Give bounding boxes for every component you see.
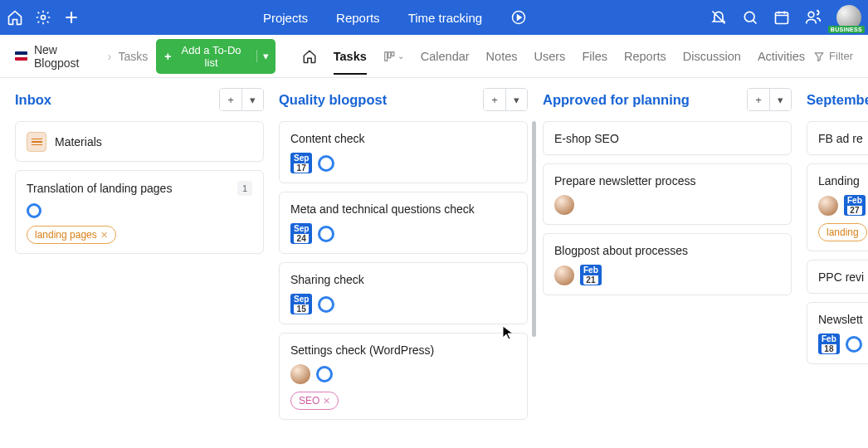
column-add-button[interactable]: + — [220, 89, 241, 110]
tab-files[interactable]: Files — [582, 38, 607, 75]
column-menu-button[interactable]: ▾ — [769, 89, 791, 110]
filter-label: Filter — [829, 50, 853, 62]
column-menu-button[interactable]: ▾ — [241, 89, 263, 110]
svg-point-0 — [41, 16, 46, 20]
card[interactable]: Sharing check Sep15 — [279, 262, 528, 324]
svg-rect-3 — [776, 12, 788, 23]
column-add-button[interactable]: + — [484, 89, 505, 110]
tab-discussion[interactable]: Discussion — [683, 38, 741, 75]
assignee-avatar — [554, 265, 574, 285]
assignee-avatar — [818, 196, 838, 216]
add-todo-button[interactable]: + Add a To-Do list ▾ — [156, 39, 276, 74]
breadcrumb-sep: › — [108, 50, 112, 63]
tab-home-icon[interactable] — [302, 49, 317, 64]
date-tag: Sep15 — [290, 294, 312, 314]
breadcrumb-section[interactable]: Tasks — [118, 50, 148, 63]
play-icon[interactable] — [510, 9, 527, 26]
card-title: Meta and technical questions check — [290, 202, 475, 216]
assignee-avatar — [554, 195, 574, 215]
card[interactable]: Materials — [15, 121, 264, 162]
card[interactable]: PPC revi — [807, 260, 868, 294]
card[interactable]: Newslett Feb18 — [807, 302, 868, 364]
card-title: Blogpost about processes — [554, 244, 688, 257]
svg-point-4 — [808, 12, 814, 17]
flag-icon — [15, 51, 27, 61]
card[interactable]: Prepare newsletter process — [543, 163, 792, 225]
svg-rect-6 — [388, 51, 391, 57]
column-quality: Quality blogpost + ▾ Content check Sep17… — [279, 85, 528, 448]
nav-reports[interactable]: Reports — [336, 11, 380, 25]
card-title: FB ad re — [818, 132, 863, 145]
tag-label: landing — [827, 226, 859, 238]
tag-pill[interactable]: landing pages ✕ — [27, 226, 116, 244]
card[interactable]: Content check Sep17 — [279, 121, 528, 183]
search-icon[interactable] — [742, 9, 758, 26]
card-title: Settings check (WordPress) — [290, 343, 434, 357]
column-actions: + ▾ — [219, 88, 264, 111]
card-title: Landing — [818, 174, 860, 187]
status-ring-icon — [27, 203, 41, 218]
board-view-icon[interactable]: ⌄ — [383, 51, 404, 62]
card-title: Materials — [55, 135, 102, 149]
bell-icon[interactable] — [710, 9, 727, 26]
tab-tasks[interactable]: Tasks — [334, 38, 367, 75]
chevron-down-icon[interactable]: ▾ — [256, 50, 269, 62]
column-add-button[interactable]: + — [748, 89, 769, 110]
tab-calendar[interactable]: Calendar — [421, 38, 470, 75]
card[interactable]: Blogpost about processes Feb21 — [543, 233, 792, 295]
svg-rect-5 — [385, 51, 388, 61]
card[interactable]: Landing Feb27 landing — [807, 163, 868, 251]
card[interactable]: Translation of landing pages 1 landing p… — [15, 170, 264, 254]
assignee-avatar — [290, 364, 310, 384]
card-title: Prepare newsletter process — [554, 174, 695, 187]
tab-users[interactable]: Users — [534, 38, 566, 75]
svg-point-2 — [744, 12, 754, 22]
column-title[interactable]: Quality blogpost — [279, 92, 387, 108]
column-title[interactable]: September — [807, 92, 868, 108]
avatar[interactable]: BUSINESS — [836, 5, 861, 30]
status-ring-icon — [316, 366, 333, 382]
tag-pill[interactable]: landing — [818, 223, 867, 241]
svg-rect-7 — [392, 51, 394, 56]
column-inbox: Inbox + ▾ Materials Translation of landi… — [15, 85, 264, 448]
breadcrumb: New Blogpost › Tasks — [15, 43, 148, 70]
status-ring-icon — [318, 226, 334, 242]
avatar-badge: BUSINESS — [828, 26, 865, 33]
plus-icon[interactable] — [63, 9, 80, 26]
tag-remove-icon[interactable]: ✕ — [323, 396, 330, 407]
plus-icon: + — [164, 50, 171, 63]
tag-pill[interactable]: SEO ✕ — [290, 392, 339, 410]
add-todo-label: Add a To-Do list — [175, 44, 246, 69]
nav-projects[interactable]: Projects — [263, 11, 308, 25]
card[interactable]: Meta and technical questions check Sep24 — [279, 192, 528, 254]
users-icon[interactable] — [805, 9, 822, 26]
column-actions: + ▾ — [483, 88, 528, 111]
date-tag: Feb21 — [580, 265, 602, 285]
date-tag: Feb27 — [844, 195, 866, 216]
calendar-icon[interactable] — [773, 9, 790, 26]
card[interactable]: E-shop SEO — [543, 121, 792, 155]
status-ring-icon — [318, 296, 334, 313]
card[interactable]: FB ad re — [807, 121, 868, 155]
tab-activities[interactable]: Activities — [758, 38, 805, 75]
tag-remove-icon[interactable]: ✕ — [100, 230, 108, 241]
card[interactable]: Settings check (WordPress) SEO ✕ — [279, 333, 528, 420]
gear-icon[interactable] — [35, 9, 51, 26]
card-title: Newslett — [818, 313, 863, 326]
column-title[interactable]: Approved for planning — [543, 92, 690, 108]
date-tag: Sep17 — [290, 153, 312, 173]
filter-button[interactable]: Filter — [813, 50, 853, 62]
home-icon[interactable] — [7, 9, 23, 26]
tab-notes[interactable]: Notes — [486, 38, 518, 75]
breadcrumb-project[interactable]: New Blogpost — [34, 43, 101, 70]
column-title[interactable]: Inbox — [15, 92, 51, 108]
scrollbar[interactable] — [532, 121, 536, 337]
card-title: E-shop SEO — [554, 132, 619, 145]
column-menu-button[interactable]: ▾ — [505, 89, 527, 110]
column-september: September FB ad re Landing Feb27 landing… — [807, 85, 868, 448]
tab-reports[interactable]: Reports — [624, 38, 666, 75]
status-ring-icon — [846, 336, 862, 353]
card-count: 1 — [237, 181, 252, 196]
nav-timetracking[interactable]: Time tracking — [408, 11, 482, 25]
card-title: Translation of landing pages — [27, 182, 172, 195]
